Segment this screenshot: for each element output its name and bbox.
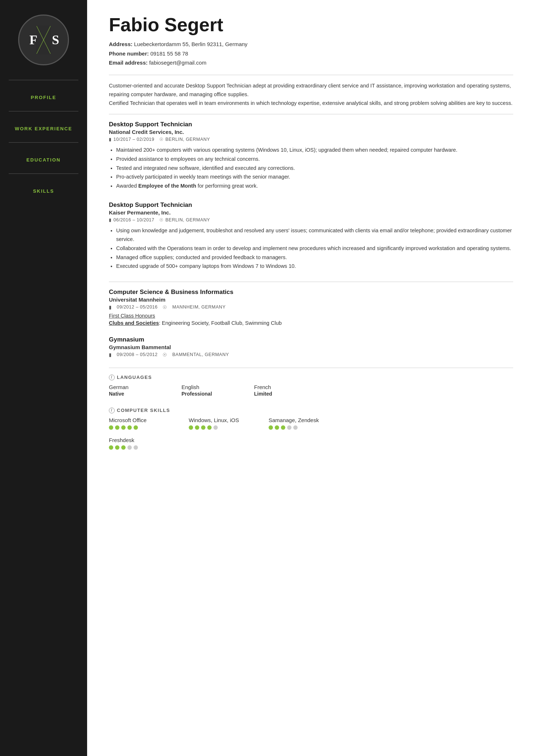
- sidebar-divider-3: [9, 142, 78, 143]
- dot: [201, 425, 205, 430]
- dot-empty: [287, 425, 291, 430]
- edu-meta-2: ▮ 09/2008 – 05/2012 ☉ BAMMENTAL, GERMANY: [109, 352, 513, 357]
- edu-loc-icon-2: ☉: [163, 352, 167, 357]
- sidebar-label-work: WORK EXPERIENCE: [11, 126, 76, 131]
- edu-entry-2: Gymnasium Gymnasium Bammental ▮ 09/2008 …: [109, 336, 513, 357]
- contact-info: Address: Luebeckertordamm 55, Berlin 923…: [109, 40, 513, 68]
- dot: [207, 425, 212, 430]
- edu-school-1: Universitat Mannheim: [109, 297, 513, 303]
- divider-after-profile: [109, 114, 513, 114]
- dot: [195, 425, 199, 430]
- education-section: Computer Science & Business Informatics …: [109, 289, 513, 357]
- sidebar-section-profile: PROFILE: [0, 87, 87, 107]
- email-label: Email address:: [109, 60, 148, 66]
- award-text: Employee of the Month: [138, 183, 196, 189]
- info-icon-languages: i: [109, 375, 115, 380]
- computer-skills-grid: Microsoft Office Windows, Linux, iOS: [109, 417, 513, 433]
- skill-dots-2: [189, 425, 269, 430]
- dot: [281, 425, 285, 430]
- edu-dates-2: 09/2008 – 05/2012: [117, 352, 158, 357]
- bullet-1-3: Tested and integrated new software, iden…: [116, 164, 513, 173]
- avatar: F S: [18, 15, 69, 65]
- job-entry-2: Desktop Support Technician Kaiser Perman…: [109, 201, 513, 271]
- lang-item-3: French Limited: [254, 384, 327, 397]
- dot: [109, 425, 113, 430]
- sidebar-section-education: EDUCATION: [0, 150, 87, 170]
- email-value: fabiosegert@gmail.com: [149, 60, 207, 66]
- skill-name-4: Freshdesk: [109, 437, 513, 443]
- languages-grid: German Native English Professional Frenc…: [109, 384, 513, 397]
- dot: [189, 425, 193, 430]
- edu-dates-icon-2: ▮: [109, 352, 112, 357]
- languages-title: i LANGUAGES: [109, 375, 513, 380]
- email-line: Email address: fabiosegert@gmail.com: [109, 58, 513, 68]
- profile-text: Customer-oriented and accurate Desktop S…: [109, 82, 513, 108]
- dot: [269, 425, 273, 430]
- job-dates-1: ▮ 10/2017 – 02/2019: [109, 137, 154, 142]
- skill-dots-1: [109, 425, 189, 430]
- dot: [109, 445, 113, 450]
- job-location-2: ☉ BERLIN, GERMANY: [159, 217, 210, 222]
- skill-item-4: Freshdesk: [109, 437, 513, 450]
- sidebar-divider-4: [9, 173, 78, 174]
- bullet-2-2: Collaborated with the Operations team in…: [116, 244, 513, 253]
- lang-name-3: French: [254, 384, 327, 390]
- edu-dates-1: 09/2012 – 05/2016: [117, 305, 158, 310]
- edu-degree-1: Computer Science & Business Informatics: [109, 289, 513, 296]
- edu-dates-icon-1: ▮: [109, 305, 112, 310]
- job-meta-2: ▮ 06/2016 – 10/2017 ☉ BERLIN, GERMANY: [109, 217, 513, 222]
- edu-meta-1: ▮ 09/2012 – 05/2016 ☉ MANNHEIM, GERMANY: [109, 305, 513, 310]
- lang-name-1: German: [109, 384, 181, 390]
- location-icon-1: ☉: [159, 137, 164, 142]
- dot: [121, 425, 126, 430]
- bullet-1-2: Provided assistance to employees on any …: [116, 155, 513, 164]
- full-name: Fabio Segert: [109, 15, 513, 35]
- skill-name-3: Samanage, Zendesk: [269, 417, 348, 423]
- skill-dots-4: [109, 445, 513, 450]
- lang-level-3: Limited: [254, 391, 327, 397]
- languages-subsection: i LANGUAGES German Native English Profes…: [109, 375, 513, 397]
- sidebar-section-skills: SKILLS: [0, 181, 87, 201]
- dot: [115, 445, 119, 450]
- bullet-2-4: Executed upgrade of 500+ company laptops…: [116, 262, 513, 271]
- skill-item-1: Microsoft Office: [109, 417, 189, 433]
- header: Fabio Segert Address: Luebeckertordamm 5…: [109, 15, 513, 68]
- lang-item-2: English Professional: [181, 384, 254, 397]
- sidebar-section-work: WORK EXPERIENCE: [0, 119, 87, 139]
- bullet-1-1: Maintained 200+ computers with various o…: [116, 146, 513, 155]
- dot-empty: [293, 425, 298, 430]
- divider-after-header: [109, 75, 513, 75]
- dot-empty: [213, 425, 218, 430]
- edu-location-1: MANNHEIM, GERMANY: [172, 305, 226, 310]
- edu-honors-1: First Class Honours: [109, 313, 513, 319]
- dot-empty: [127, 445, 132, 450]
- dot: [115, 425, 119, 430]
- computer-skills-subsection: i COMPUTER SKILLS Microsoft Office: [109, 408, 513, 450]
- clubs-label-1: Clubs and Societies: [109, 320, 159, 326]
- edu-school-2: Gymnasium Bammental: [109, 344, 513, 350]
- bullet-2-3: Managed office supplies; conducted and p…: [116, 253, 513, 262]
- sidebar-label-skills: SKILLS: [29, 188, 58, 194]
- address-line: Address: Luebeckertordamm 55, Berlin 923…: [109, 40, 513, 49]
- info-icon-computer: i: [109, 408, 115, 413]
- work-experience-section: Desktop Support Technician National Cred…: [109, 121, 513, 270]
- lang-item-1: German Native: [109, 384, 181, 397]
- clubs-value-1: Engineering Society, Football Club, Swim…: [162, 320, 282, 326]
- computer-skills-title: i COMPUTER SKILLS: [109, 408, 513, 413]
- edu-loc-icon-1: ☉: [163, 305, 167, 310]
- resume-container: F S PROFILE WORK EXPERIENCE EDUCATION: [0, 0, 535, 756]
- edu-location-2: BAMMENTAL, GERMANY: [172, 352, 229, 357]
- job-meta-1: ▮ 10/2017 – 02/2019 ☉ BERLIN, GERMANY: [109, 137, 513, 142]
- initial-s: S: [52, 32, 59, 48]
- location-icon-2: ☉: [159, 217, 164, 222]
- calendar-icon-2: ▮: [109, 217, 112, 222]
- main-content: Fabio Segert Address: Luebeckertordamm 5…: [87, 0, 535, 756]
- job-dates-2: ▮ 06/2016 – 10/2017: [109, 217, 154, 222]
- dot: [275, 425, 279, 430]
- skill-item-2: Windows, Linux, iOS: [189, 417, 269, 433]
- job-bullets-2: Using own knowledge and judgement, troub…: [109, 226, 513, 271]
- calendar-icon-1: ▮: [109, 137, 112, 142]
- sidebar-divider-1: [9, 80, 78, 80]
- company-name-1: National Credit Services, Inc.: [109, 129, 513, 135]
- bullet-1-5: Awarded Employee of the Month for perfor…: [116, 181, 513, 191]
